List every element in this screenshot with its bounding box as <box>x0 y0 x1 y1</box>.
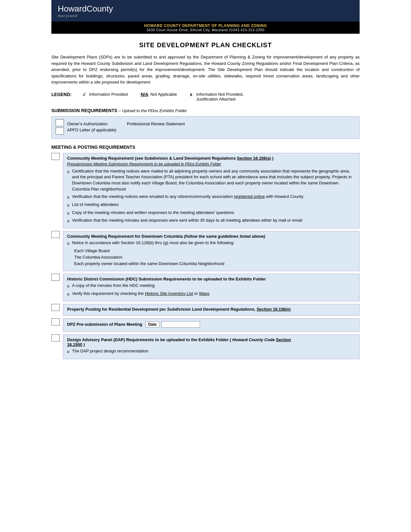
bullet-text: Verify this requirement by checking the … <box>72 291 209 297</box>
req-title-italic-dc: (follow the same guidelines listed above… <box>184 234 265 239</box>
req-block-community: Community Meeting Requirement (see Subdi… <box>51 153 360 229</box>
bullet-text: Certification that the meeting notices w… <box>72 168 355 192</box>
req-sub-presubmission: Presubmission Meeting Submission Require… <box>67 162 355 166</box>
submission-heading-text: SUBMISSION REQUIREMENTS <box>51 108 117 113</box>
checkbox-dap[interactable] <box>51 334 60 341</box>
legend-item-x: x Information Not Provided,Justification… <box>190 92 243 102</box>
link-historic-inventory[interactable]: Historic Site Inventory List <box>145 291 193 296</box>
checkbox-hdc[interactable] <box>51 274 60 281</box>
submission-item-1: Owner's Authorization <box>67 121 108 126</box>
bullet-item: o Notice in accordance with Section 16.1… <box>67 240 355 247</box>
link-maps[interactable]: Maps <box>199 291 209 296</box>
bullet-circle: o <box>67 241 69 247</box>
bullet-circle: o <box>67 349 69 355</box>
submission-item-3: APFO Letter (if applicable) <box>67 128 116 132</box>
link-registered-online[interactable]: registered online <box>234 194 265 199</box>
date-input-box[interactable] <box>162 321 200 328</box>
submission-item-2: Professional Review Statement <box>127 121 185 126</box>
bullet-text: The DAP project design recommendation <box>72 348 148 354</box>
req-title-dpz: DPZ Pre-submission of Plans Meeting Date <box>67 321 355 328</box>
checkbox-dpz[interactable] <box>51 318 60 325</box>
legend-label: LEGEND: <box>51 92 80 97</box>
submission-line-2: APFO Letter (if applicable) <box>67 128 355 132</box>
submission-items: Owner's Authorization Professional Revie… <box>67 121 355 132</box>
legend-symbol-na: N/A <box>141 92 148 97</box>
req-title-posting: Property Posting for Residential Develop… <box>67 307 355 312</box>
submission-box: Owner's Authorization Professional Revie… <box>51 116 360 139</box>
legend-item-check: √ Information Provided <box>83 92 128 97</box>
bullet-circle: o <box>67 210 69 217</box>
req-title-italic-dap: Howard County Code <box>232 337 276 342</box>
req-title-bold-dc: Community Meeting Requirement for Downto… <box>67 234 183 239</box>
link-16156e[interactable]: Section 16.156(e) <box>257 307 291 312</box>
req-block-posting: Property Posting for Residential Develop… <box>51 304 360 316</box>
intro-text: Site Development Plans (SDPs) are to be … <box>51 54 360 85</box>
sub-item: Each property owner located within the s… <box>74 261 355 267</box>
bullet-text: Verification that the meeting minutes an… <box>72 217 302 224</box>
sub-item: Each Village Board <box>74 248 355 254</box>
req-block-dc: Community Meeting Requirement for Downto… <box>51 231 360 271</box>
checkbox-apfo[interactable] <box>56 128 64 135</box>
bullet-item: o List of meeting attendees <box>67 202 355 208</box>
bullet-circle: o <box>67 169 69 175</box>
req-title-end-dap: ) <box>83 342 85 347</box>
req-title-bold-hdc: Historic District Commission (HDC) Submi… <box>67 277 191 281</box>
date-inline: Date <box>145 321 200 328</box>
req-title-normal-dap: to be uploaded to the Exhibits Folder ( <box>155 337 231 342</box>
dept-title: HOWARD COUNTY DEPARTMENT OF PLANNING AND… <box>53 23 358 28</box>
dept-address: 3430 Court House Drive, Ellicott City, M… <box>53 28 358 32</box>
legend-text-check: Information Provided <box>89 92 128 97</box>
req-content-dap: Design Advisory Panel (DAP) Requirements… <box>63 334 360 359</box>
checkbox-dc[interactable] <box>51 231 60 238</box>
logo-maryland: maryland <box>58 14 77 18</box>
legend-text-x: Information Not Provided,Justification A… <box>196 92 243 102</box>
req-content-community: Community Meeting Requirement (see Subdi… <box>63 153 360 229</box>
bullet-circle: o <box>67 218 69 224</box>
req-title-bold-dap: Design Advisory Panel (DAP) Requirements <box>67 337 154 342</box>
req-block-dpz: DPZ Pre-submission of Plans Meeting Date <box>51 318 360 332</box>
legend-items: √ Information Provided N/A Not Applicabl… <box>83 92 244 102</box>
community-bullets: o Certification that the meeting notices… <box>67 168 355 225</box>
req-title-normal-hdc: to be uploaded to the Exhibits Folder <box>192 277 266 281</box>
submission-row-1: Owner's Authorization Professional Revie… <box>56 119 355 135</box>
req-link-16156a[interactable]: Section 16.156(a) <box>237 156 271 161</box>
checkbox-posting[interactable] <box>51 304 60 311</box>
req-title-bold-posting: Property Posting for Residential Develop… <box>67 307 158 312</box>
page-title: SITE DEVELOPMENT PLAN CHECKLIST <box>51 41 360 49</box>
checkbox-owners-auth[interactable] <box>56 119 64 126</box>
bullet-text: Copy of the meeting minutes and written … <box>72 210 234 216</box>
submission-line-1: Owner's Authorization Professional Revie… <box>67 121 355 126</box>
bullet-item: o A copy of the minutes from the HDC mee… <box>67 283 355 289</box>
submission-checkboxes <box>56 119 64 135</box>
bullet-circle: o <box>67 202 69 208</box>
req-content-posting: Property Posting for Residential Develop… <box>63 304 360 316</box>
bullet-item: o Verification that the meeting minutes … <box>67 217 355 224</box>
submission-heading-italic: – Upload to the PDox Exhibits Folder <box>118 108 187 113</box>
dc-sub-items: Each Village Board The Columbia Associat… <box>74 248 355 267</box>
bullet-item: o Certification that the meeting notices… <box>67 168 355 192</box>
bullet-item: o Verify this requirement by checking th… <box>67 291 355 297</box>
bullet-text: A copy of the minutes from the HDC meeti… <box>72 283 154 289</box>
date-label-box: Date <box>145 322 160 327</box>
req-title-bold-dpz: DPZ Pre-submission of Plans Meeting <box>67 322 142 327</box>
bullet-text: List of meeting attendees <box>72 202 118 208</box>
meeting-heading: MEETING & POSTING REQUIREMENTS <box>51 145 360 150</box>
req-title-italic-posting: Subdivision Land Development Regulations… <box>167 307 255 312</box>
legend-text-na: Not Applicable <box>150 92 177 97</box>
logo-howard: Howard <box>58 4 87 13</box>
submission-heading: SUBMISSION REQUIREMENTS – Upload to the … <box>51 108 360 113</box>
legend-symbol-check: √ <box>83 92 87 97</box>
header-top: HowardCounty maryland <box>51 0 360 22</box>
req-title-dc: Community Meeting Requirement for Downto… <box>67 234 355 239</box>
req-title-end: ) <box>272 156 274 161</box>
req-block-hdc: Historic District Commission (HDC) Submi… <box>51 274 360 302</box>
meeting-heading-text: MEETING & POSTING REQUIREMENTS <box>51 145 135 150</box>
req-title-hdc: Historic District Commission (HDC) Submi… <box>67 277 355 281</box>
dap-bullets: o The DAP project design recommendation <box>67 348 355 355</box>
legend: LEGEND: √ Information Provided N/A Not A… <box>51 92 360 102</box>
req-content-dpz: DPZ Pre-submission of Plans Meeting Date <box>63 318 360 332</box>
bullet-circle: o <box>67 194 69 200</box>
meeting-section: Community Meeting Requirement (see Subdi… <box>51 153 360 359</box>
req-title-normal-posting: per <box>160 307 167 312</box>
checkbox-community[interactable] <box>51 153 60 160</box>
